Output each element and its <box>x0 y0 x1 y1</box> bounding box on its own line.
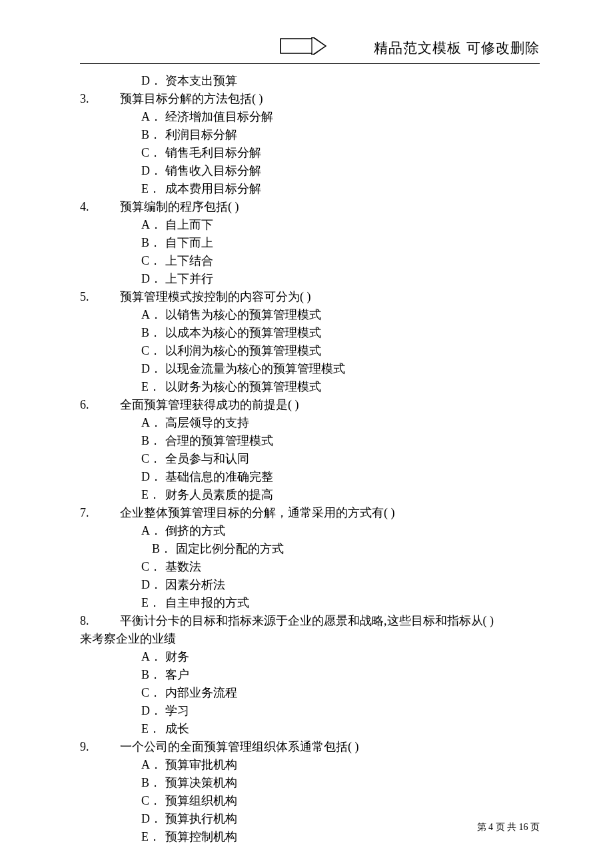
option-text: 自上而下 <box>165 216 540 234</box>
question-row: 5.预算管理模式按控制的内容可分为( ) <box>80 288 540 306</box>
option-label: B． <box>141 432 165 450</box>
option-text: 以成本为核心的预算管理模式 <box>165 324 540 342</box>
option-text: 以现金流量为核心的预算管理模式 <box>165 360 540 378</box>
question-number: 4. <box>80 198 120 216</box>
option-label: E． <box>141 486 165 504</box>
option-label: D． <box>141 576 165 594</box>
option-row: D．因素分析法 <box>80 576 540 594</box>
option-label: A． <box>141 756 165 774</box>
question-row: 7.企业整体预算管理目标的分解，通常采用的方式有( ) <box>80 504 540 522</box>
option-text: 内部业务流程 <box>165 684 540 702</box>
page-footer: 第 4 页 共 16 页 <box>477 821 540 833</box>
option-row: B．合理的预算管理模式 <box>80 432 540 450</box>
option-row: D．学习 <box>80 702 540 720</box>
question-number: 3. <box>80 90 120 108</box>
question-number: 6. <box>80 396 120 414</box>
option-row: A．财务 <box>80 648 540 666</box>
arrow-icon <box>280 37 326 55</box>
option-label: C． <box>141 144 165 162</box>
question-row: 9.一个公司的全面预算管理组织体系通常包括( ) <box>80 738 540 756</box>
option-label: C． <box>141 252 165 270</box>
option-text: 基础信息的准确完整 <box>165 468 540 486</box>
option-text: 自主申报的方式 <box>165 594 540 612</box>
option-text: 学习 <box>165 702 540 720</box>
page-header: 精品范文模板 可修改删除 <box>80 40 540 61</box>
option-row: E．以财务为核心的预算管理模式 <box>80 378 540 396</box>
option-label: B． <box>141 324 165 342</box>
option-label: E． <box>141 378 165 396</box>
question-number: 7. <box>80 504 120 522</box>
option-text: 预算决策机构 <box>165 774 540 792</box>
option-text: 预算组织机构 <box>165 792 540 810</box>
option-label: A． <box>141 216 165 234</box>
option-text: 销售毛利目标分解 <box>165 144 540 162</box>
question-stem: 预算目标分解的方法包括( ) <box>120 90 540 108</box>
option-row: A．自上而下 <box>80 216 540 234</box>
option-row: D．基础信息的准确完整 <box>80 468 540 486</box>
option-row: C．销售毛利目标分解 <box>80 144 540 162</box>
option-text: 倒挤的方式 <box>165 522 540 540</box>
option-label: D． <box>141 162 165 180</box>
option-label: B． <box>141 666 165 684</box>
option-row: C．内部业务流程 <box>80 684 540 702</box>
option-row: A．高层领导的支持 <box>80 414 540 432</box>
option-label: D． <box>141 468 165 486</box>
option-text: 资本支出预算 <box>165 72 540 90</box>
option-row: B．客户 <box>80 666 540 684</box>
header-rule <box>80 63 540 64</box>
option-row: A．以销售为核心的预算管理模式 <box>80 306 540 324</box>
option-text: 经济增加值目标分解 <box>165 108 540 126</box>
footer-total: 16 <box>519 822 528 832</box>
question-number: 5. <box>80 288 120 306</box>
option-text: 预算审批机构 <box>165 756 540 774</box>
option-label: B． <box>141 126 165 144</box>
option-row: C．基数法 <box>80 558 540 576</box>
option-row: B．预算决策机构 <box>80 774 540 792</box>
option-text: 以利润为核心的预算管理模式 <box>165 342 540 360</box>
option-row: D． 资本支出预算 <box>80 72 540 90</box>
option-text: 客户 <box>165 666 540 684</box>
option-label: C． <box>141 558 165 576</box>
question-stem: 平衡计分卡的目标和指标来源于企业的愿景和战略,这些目标和指标从( ) <box>120 612 540 630</box>
option-row: C．以利润为核心的预算管理模式 <box>80 342 540 360</box>
question-number: 9. <box>80 738 120 756</box>
option-row: C．预算组织机构 <box>80 792 540 810</box>
option-text: 成本费用目标分解 <box>165 180 540 198</box>
option-label: D． <box>141 360 165 378</box>
option-row: A．倒挤的方式 <box>80 522 540 540</box>
option-text: 自下而上 <box>165 234 540 252</box>
option-row: E．预算控制机构 <box>80 828 540 846</box>
question-stem-cont: 来考察企业的业绩 <box>80 630 540 648</box>
option-label: C． <box>141 450 165 468</box>
option-label: D． <box>141 72 165 90</box>
option-row: B．自下而上 <box>80 234 540 252</box>
footer-mid: 页 共 <box>496 822 517 832</box>
option-label: C． <box>141 684 165 702</box>
option-row: E．成长 <box>80 720 540 738</box>
option-label: B． <box>141 774 165 792</box>
option-row: C．上下结合 <box>80 252 540 270</box>
question-row: 8.平衡计分卡的目标和指标来源于企业的愿景和战略,这些目标和指标从( ) <box>80 612 540 630</box>
question-stem: 全面预算管理获得成功的前提是( ) <box>120 396 540 414</box>
option-text: 合理的预算管理模式 <box>165 432 540 450</box>
option-text: 成长 <box>165 720 540 738</box>
question-stem: 预算管理模式按控制的内容可分为( ) <box>120 288 540 306</box>
option-label: B． <box>152 540 176 558</box>
option-label: E． <box>141 180 165 198</box>
option-text: 利润目标分解 <box>165 126 540 144</box>
option-label: A． <box>141 108 165 126</box>
option-text: 销售收入目标分解 <box>165 162 540 180</box>
option-label: D． <box>141 702 165 720</box>
option-label: C． <box>141 792 165 810</box>
footer-suffix: 页 <box>530 822 540 832</box>
question-stem: 预算编制的程序包括( ) <box>120 198 540 216</box>
option-row: E．自主申报的方式 <box>80 594 540 612</box>
option-row: D．上下并行 <box>80 270 540 288</box>
option-row: E．财务人员素质的提高 <box>80 486 540 504</box>
option-label: B． <box>141 234 165 252</box>
option-row: B．利润目标分解 <box>80 126 540 144</box>
option-label: A． <box>141 306 165 324</box>
header-title: 精品范文模板 可修改删除 <box>374 39 540 57</box>
option-label: E． <box>141 720 165 738</box>
footer-page: 4 <box>488 822 493 832</box>
